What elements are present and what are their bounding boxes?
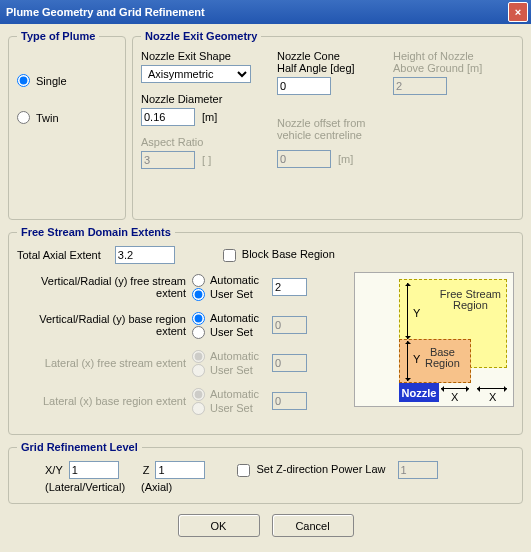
extent-0-user-radio[interactable] xyxy=(192,288,205,301)
domain-extents-group: Free Stream Domain Extents Total Axial E… xyxy=(8,226,523,435)
nozzle-geometry-group: Nozzle Exit Geometry Nozzle Exit Shape A… xyxy=(132,30,523,220)
extent-label-0: Vertical/Radial (y) free stream extent xyxy=(17,275,192,299)
nozzle-height-input xyxy=(393,77,447,95)
extent-3-input xyxy=(272,392,307,410)
extent-1-user-radio[interactable] xyxy=(192,326,205,339)
cancel-button[interactable]: Cancel xyxy=(272,514,354,537)
domain-diagram: Free Stream Region Base Region Nozzle Y … xyxy=(354,272,514,407)
aspect-ratio-label: Aspect Ratio xyxy=(141,136,271,148)
extent-3-auto-radio xyxy=(192,388,205,401)
z-input[interactable] xyxy=(155,461,205,479)
power-law-checkbox[interactable] xyxy=(237,464,250,477)
title-text: Plume Geometry and Grid Refinement xyxy=(6,6,508,18)
extent-3-user-radio xyxy=(192,402,205,415)
extent-label-1: Vertical/Radial (y) base region extent xyxy=(17,313,192,337)
nozzle-diameter-unit: [m] xyxy=(202,111,217,123)
plume-legend: Type of Plume xyxy=(17,30,99,42)
nozzle-box: Nozzle xyxy=(399,383,439,402)
z-label: Z xyxy=(143,464,150,476)
extent-label-3: Lateral (x) base region extent xyxy=(17,395,192,407)
nozzle-offset-label: Nozzle offset from vehicle centreline xyxy=(277,117,387,141)
xy-input[interactable] xyxy=(69,461,119,479)
y-arrow-icon xyxy=(407,341,408,381)
extent-0-input[interactable] xyxy=(272,278,307,296)
cone-angle-input[interactable] xyxy=(277,77,331,95)
block-base-checkbox-label[interactable]: Block Base Region xyxy=(223,248,335,262)
block-base-checkbox[interactable] xyxy=(223,249,236,262)
extent-2-input xyxy=(272,354,307,372)
cone-angle-label: Nozzle Cone Half Angle [deg] xyxy=(277,50,387,74)
y-axis-label-1: Y xyxy=(413,307,420,319)
plume-single-label: Single xyxy=(36,75,67,87)
xy-sublabel: (Lateral/Vertical) xyxy=(45,481,135,493)
extent-1-input xyxy=(272,316,307,334)
extent-2-auto-radio xyxy=(192,350,205,363)
free-stream-label: Free Stream Region xyxy=(440,289,501,311)
nozzle-offset-unit: [m] xyxy=(338,153,353,165)
plume-type-group: Type of Plume Single Twin xyxy=(8,30,126,220)
close-icon[interactable]: × xyxy=(508,2,528,22)
nozzle-diameter-input[interactable] xyxy=(141,108,195,126)
base-region-label: Base Region xyxy=(425,347,460,369)
grid-refinement-group: Grid Refinement Level X/Y Z Set Z-direct… xyxy=(8,441,523,504)
domain-legend: Free Stream Domain Extents xyxy=(17,226,175,238)
title-bar: Plume Geometry and Grid Refinement × xyxy=(0,0,531,24)
aspect-ratio-input xyxy=(141,151,195,169)
nozzle-offset-input xyxy=(277,150,331,168)
nozzle-legend: Nozzle Exit Geometry xyxy=(141,30,261,42)
total-axial-input[interactable] xyxy=(115,246,175,264)
ok-button[interactable]: OK xyxy=(178,514,260,537)
power-law-input xyxy=(398,461,438,479)
extent-label-2: Lateral (x) free stream extent xyxy=(17,357,192,369)
aspect-ratio-unit: [ ] xyxy=(202,154,211,166)
y-arrow-icon xyxy=(407,283,408,339)
plume-twin-label: Twin xyxy=(36,112,59,124)
nozzle-height-label: Height of Nozzle Above Ground [m] xyxy=(393,50,513,74)
plume-twin-radio[interactable] xyxy=(17,111,30,124)
x-arrow-icon xyxy=(477,388,507,389)
plume-single-radio[interactable] xyxy=(17,74,30,87)
nozzle-diameter-label: Nozzle Diameter xyxy=(141,93,271,105)
nozzle-shape-label: Nozzle Exit Shape xyxy=(141,50,271,62)
x-arrow-icon xyxy=(441,388,469,389)
xy-label: X/Y xyxy=(45,464,63,476)
y-axis-label-2: Y xyxy=(413,353,420,365)
z-sublabel: (Axial) xyxy=(141,481,172,493)
power-law-checkbox-label[interactable]: Set Z-direction Power Law xyxy=(237,463,385,477)
extent-1-auto-radio[interactable] xyxy=(192,312,205,325)
nozzle-shape-select[interactable]: Axisymmetric xyxy=(141,65,251,83)
extent-2-user-radio xyxy=(192,364,205,377)
total-axial-label: Total Axial Extent xyxy=(17,249,101,261)
extent-0-auto-radio[interactable] xyxy=(192,274,205,287)
x-axis-label-2: X xyxy=(489,391,496,403)
x-axis-label-1: X xyxy=(451,391,458,403)
grid-legend: Grid Refinement Level xyxy=(17,441,142,453)
